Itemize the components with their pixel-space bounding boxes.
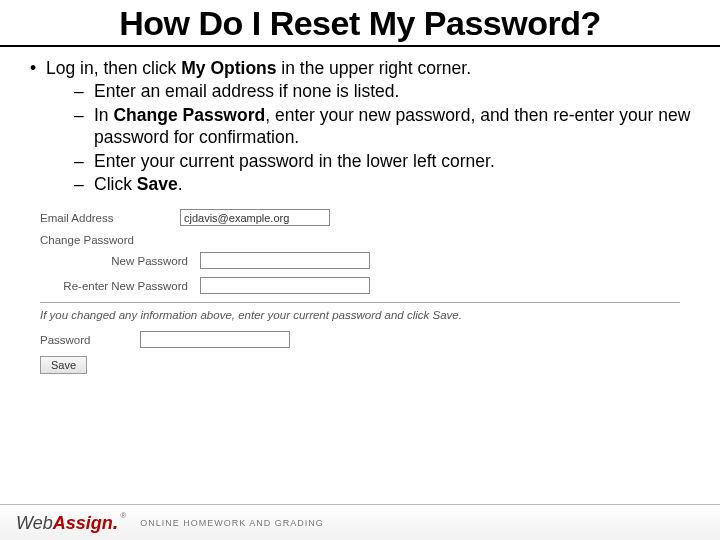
step-1: Enter an email address if none is listed… <box>94 80 399 102</box>
bullet-icon: • <box>28 57 46 195</box>
password-label: Password <box>40 334 140 346</box>
step-4: Click Save. <box>94 173 183 195</box>
dash-icon: – <box>74 150 94 172</box>
footer-tagline: ONLINE HOMEWORK AND GRADING <box>140 518 324 528</box>
logo-dot-icon: . <box>113 511 119 533</box>
change-password-header: Change Password <box>40 234 680 246</box>
dash-icon: – <box>74 104 94 149</box>
instructions: • Log in, then click My Options in the u… <box>0 47 720 195</box>
intro-b: My Options <box>181 58 276 78</box>
logo-assign: Assign <box>53 513 113 533</box>
footer-bar: WebAssign.® ONLINE HOMEWORK AND GRADING <box>0 504 720 540</box>
step-2: In Change Password, enter your new passw… <box>94 104 692 149</box>
step-2a: In <box>94 105 113 125</box>
save-button[interactable]: Save <box>40 356 87 374</box>
reenter-password-label: Re-enter New Password <box>40 280 200 292</box>
form-note: If you changed any information above, en… <box>40 309 680 321</box>
intro-a: Log in, then click <box>46 58 181 78</box>
webassign-logo: WebAssign.® <box>16 511 126 534</box>
dash-icon: – <box>74 80 94 102</box>
step-3: Enter your current password in the lower… <box>94 150 495 172</box>
new-password-field[interactable] <box>200 252 370 269</box>
step-2b: Change Password <box>113 105 265 125</box>
email-field[interactable] <box>180 209 330 226</box>
step-4a: Click <box>94 174 137 194</box>
logo-web: Web <box>16 513 53 533</box>
step-4b: Save <box>137 174 178 194</box>
divider <box>40 302 680 303</box>
reenter-password-field[interactable] <box>200 277 370 294</box>
email-label: Email Address <box>40 212 180 224</box>
step-4c: . <box>178 174 183 194</box>
dash-icon: – <box>74 173 94 195</box>
form-screenshot: Email Address Change Password New Passwo… <box>40 209 680 374</box>
logo-tm: ® <box>120 511 126 520</box>
intro-c: in the upper right corner. <box>277 58 472 78</box>
new-password-label: New Password <box>40 255 200 267</box>
current-password-field[interactable] <box>140 331 290 348</box>
page-title: How Do I Reset My Password? <box>0 4 720 47</box>
